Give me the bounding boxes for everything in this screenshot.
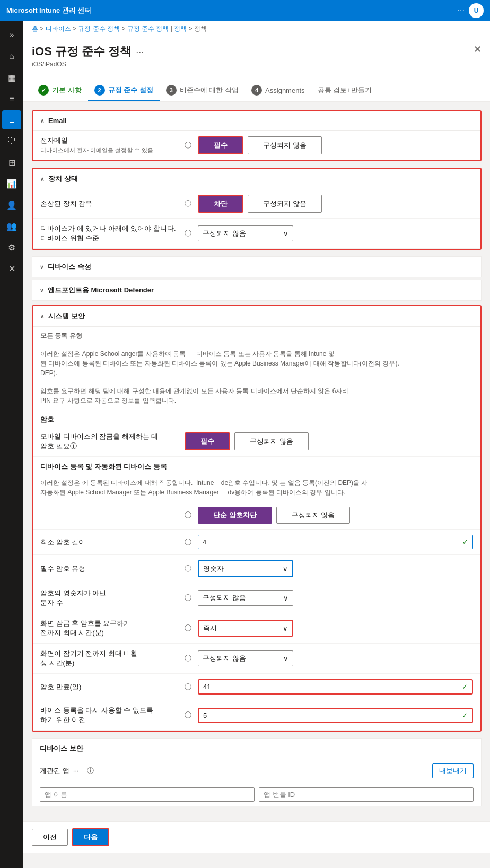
breadcrumb-compliance1[interactable]: 규정 준수 정책 bbox=[78, 25, 120, 32]
password-type-label: 필수 암호 유형 bbox=[40, 564, 178, 574]
breadcrumb-compliance2[interactable]: 규정 준수 정책 bbox=[127, 25, 169, 32]
steps-bar: ✓ 기본 사항 2 규정 준수 설정 3 비준수에 대한 작업 4 Assign… bbox=[32, 74, 482, 101]
step-4[interactable]: 4 Assignments bbox=[245, 81, 311, 101]
app-name-input[interactable] bbox=[40, 787, 255, 802]
inactive-time-label: 화면이 잠기기 전까지 최대 비활 성 시간(분) bbox=[40, 649, 178, 668]
step-1[interactable]: ✓ 기본 사항 bbox=[32, 81, 88, 101]
jailbreak-toggle-group: 차단 구성되지 않음 bbox=[198, 195, 322, 213]
content-area: ∧ Email 전자메일 디바이스에서 전자 이메일을 설정할 수 있음 ⓘ 필… bbox=[23, 102, 490, 821]
jailbreak-controls: 차단 구성되지 않음 bbox=[198, 195, 473, 213]
page-subtitle: iOS/iPadOS bbox=[32, 60, 482, 68]
device-security-header[interactable]: 디바이스 보안 bbox=[32, 739, 481, 759]
device-status-chevron: ∧ bbox=[40, 176, 44, 182]
prev-passwords-label: 바이스 등록을 다시 사용할 수 없도록 하기 위한 이전 bbox=[40, 706, 178, 725]
next-button[interactable]: 다음 bbox=[72, 828, 109, 846]
min-password-row: 최소 암호 길이 ⓘ 4 ✓ bbox=[33, 530, 480, 555]
breadcrumb-current: 정책 bbox=[194, 25, 207, 32]
password-expiry-row: 암호 만료(일) ⓘ 41 ✓ bbox=[33, 674, 480, 700]
step-5[interactable]: 공통 검토+만들기 bbox=[311, 81, 378, 101]
email-section-header[interactable]: ∧ Email bbox=[33, 111, 480, 131]
nav-expand[interactable]: » bbox=[2, 25, 21, 45]
jailbreak-block-btn[interactable]: 차단 bbox=[198, 195, 243, 213]
min-password-info[interactable]: ⓘ bbox=[185, 537, 191, 547]
nav-settings[interactable]: ⚙ bbox=[2, 238, 21, 257]
lock-time-info[interactable]: ⓘ bbox=[185, 623, 191, 633]
nav-home[interactable]: ⌂ bbox=[2, 47, 21, 66]
device-props-chevron: ∨ bbox=[40, 264, 43, 270]
step-3[interactable]: 3 비준수에 대한 작업 bbox=[160, 81, 245, 101]
non-alpha-controls: 구성되지 않음 ∨ bbox=[198, 590, 473, 606]
breadcrumb-devices[interactable]: 디바이스 bbox=[46, 25, 71, 32]
password-expiry-input[interactable]: 41 ✓ bbox=[198, 679, 473, 695]
email-required-btn[interactable]: 필수 bbox=[198, 136, 243, 154]
lock-time-select[interactable]: 즉시 ∨ bbox=[198, 620, 293, 637]
app-id-input[interactable] bbox=[259, 787, 474, 802]
avatar[interactable]: U bbox=[469, 3, 484, 18]
threat-level-select[interactable]: 구성되지 않음 ∨ bbox=[198, 225, 293, 241]
email-info-icon[interactable]: ⓘ bbox=[185, 141, 191, 150]
simple-password-info[interactable]: ⓘ bbox=[185, 510, 191, 520]
device-props-header[interactable]: ∨ 디바이스 속성 bbox=[32, 257, 481, 277]
lock-time-value: 즉시 bbox=[203, 623, 217, 633]
password-controls: 필수 구성되지 않음 bbox=[185, 432, 473, 450]
breadcrumb-policy[interactable]: 정책 bbox=[174, 25, 187, 32]
password-required-label: 모바일 디바이스의 잠금을 해제하는 데 암호 필요ⓘ bbox=[40, 432, 178, 451]
prev-passwords-info[interactable]: ⓘ bbox=[185, 710, 191, 720]
step-2[interactable]: 2 규정 준수 설정 bbox=[88, 81, 160, 101]
jailbreak-unconfigured-btn[interactable]: 구성되지 않음 bbox=[248, 195, 322, 213]
nav-dashboard[interactable]: ▦ bbox=[2, 68, 21, 87]
email-section: ∧ Email 전자메일 디바이스에서 전자 이메일을 설정할 수 있음 ⓘ 필… bbox=[32, 110, 482, 161]
password-expiry-info[interactable]: ⓘ bbox=[185, 682, 191, 692]
device-enroll-title: 디바이스 등록 및 자동화된 디바이스 등록 bbox=[33, 457, 480, 474]
nav-shield[interactable]: 🛡 bbox=[2, 132, 21, 151]
nav-users[interactable]: 👤 bbox=[2, 195, 21, 214]
non-alpha-info[interactable]: ⓘ bbox=[185, 593, 191, 603]
jailbreak-field-row: 손상된 장치 감옥 ⓘ 차단 구성되지 않음 bbox=[33, 189, 480, 219]
password-expiry-controls: 41 ✓ bbox=[198, 679, 473, 695]
password-unconfigured-btn[interactable]: 구성되지 않음 bbox=[234, 432, 309, 450]
page-menu[interactable]: ··· bbox=[136, 47, 144, 58]
inactive-time-select[interactable]: 구성되지 않음 ∨ bbox=[198, 650, 293, 666]
nav-devices[interactable]: 🖥 bbox=[2, 110, 21, 129]
non-alpha-select[interactable]: 구성되지 않음 ∨ bbox=[198, 590, 293, 606]
password-required-btn[interactable]: 필수 bbox=[185, 432, 230, 450]
step-1-num: ✓ bbox=[38, 85, 49, 96]
main-layout: » ⌂ ▦ ≡ 🖥 🛡 ⊞ 📊 👤 👥 ⚙ ✕ 홈 > 디바이스 > 규정 준수… bbox=[0, 21, 490, 868]
nav-groups[interactable]: 👥 bbox=[2, 216, 21, 236]
nav-close[interactable]: ✕ bbox=[2, 259, 21, 278]
lock-time-label: 화면 잠금 후 암호를 요구하기 전까지 최대 시간(분) bbox=[40, 619, 178, 638]
prev-passwords-controls: 5 ✓ bbox=[198, 708, 473, 723]
device-security-title: 디바이스 보안 bbox=[40, 744, 83, 753]
breadcrumb-home[interactable]: 홈 bbox=[32, 25, 38, 32]
managed-apps-label: 게관된 앱 ··· bbox=[40, 766, 83, 776]
password-type-info[interactable]: ⓘ bbox=[185, 564, 191, 574]
inactive-time-info[interactable]: ⓘ bbox=[185, 654, 191, 663]
jailbreak-info-icon[interactable]: ⓘ bbox=[185, 199, 191, 209]
min-password-value: 4 bbox=[203, 538, 206, 546]
min-password-input[interactable]: 4 ✓ bbox=[198, 535, 473, 549]
password-type-chevron: ∨ bbox=[283, 565, 288, 573]
password-expiry-label: 암호 만료(일) bbox=[40, 682, 178, 692]
top-bar-dots[interactable]: ··· bbox=[458, 6, 465, 15]
inactive-time-controls: 구성되지 않음 ∨ bbox=[198, 650, 473, 666]
email-unconfigured-btn[interactable]: 구성되지 않음 bbox=[248, 136, 322, 154]
prev-button[interactable]: 이전 bbox=[32, 829, 68, 846]
nav-apps[interactable]: ⊞ bbox=[2, 153, 21, 172]
simple-password-block-btn[interactable]: 단순 암호차단 bbox=[198, 507, 272, 524]
threat-level-info[interactable]: ⓘ bbox=[185, 229, 191, 238]
password-type-select[interactable]: 영숫자 ∨ bbox=[198, 560, 293, 577]
nav-menu[interactable]: ≡ bbox=[2, 89, 21, 108]
step-5-label: 공통 검토+만들기 bbox=[318, 85, 372, 95]
prev-passwords-input[interactable]: 5 ✓ bbox=[198, 708, 473, 723]
defender-header[interactable]: ∨ 엔드포인트용 Microsoft Defender bbox=[32, 280, 481, 300]
managed-apps-info[interactable]: ⓘ bbox=[87, 766, 94, 776]
device-status-header[interactable]: ∧ 장치 상태 bbox=[33, 169, 480, 189]
close-button[interactable]: ✕ bbox=[474, 44, 482, 55]
system-security-header[interactable]: ∧ 시스템 보안 bbox=[33, 306, 480, 327]
simple-password-unconfigured-btn[interactable]: 구성되지 않음 bbox=[276, 507, 351, 524]
nav-reports[interactable]: 📊 bbox=[2, 174, 21, 193]
step-2-num: 2 bbox=[94, 85, 105, 96]
export-button[interactable]: 내보내기 bbox=[432, 763, 474, 778]
system-security-section: ∧ 시스템 보안 모든 등록 유형 이러한 설정은 Apple School a… bbox=[32, 305, 482, 732]
non-alpha-value: 구성되지 않음 bbox=[203, 593, 246, 603]
